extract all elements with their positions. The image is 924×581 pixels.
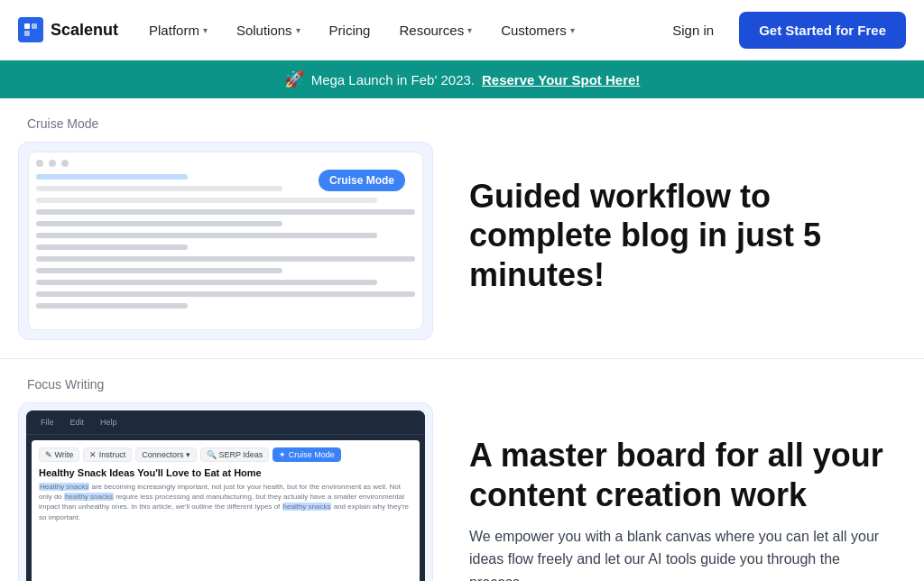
mock-line-11 (36, 291, 415, 297)
focus-toolbar: File Edit Help (26, 410, 425, 435)
mock-line-3 (36, 198, 377, 203)
cruise-mode-badge: Cruise Mode (319, 170, 405, 191)
focus-writing-heading: A master board for all your content crea… (469, 436, 888, 513)
resources-chevron-icon: ▾ (467, 25, 472, 35)
toolbar-tab-edit: Edit (65, 416, 90, 429)
nav-pricing[interactable]: Pricing (317, 15, 383, 45)
connectors-btn[interactable]: Connectors ▾ (135, 447, 197, 462)
article-title: Healthy Snack Ideas You'll Love to Eat a… (39, 467, 412, 478)
get-started-button[interactable]: Get Started for Free (739, 12, 906, 49)
announcement-bar: 🚀 Mega Launch in Feb' 2023. Reserve Your… (0, 60, 924, 98)
article-highlight-2: healthy snacks (64, 493, 114, 501)
announcement-emoji: 🚀 (284, 69, 304, 89)
focus-mockup: File Edit Help ✎ Write ✕ Instruct Connec… (26, 410, 425, 581)
toolbar-tab-help: Help (95, 416, 123, 429)
focus-writing-image: File Edit Help ✎ Write ✕ Instruct Connec… (18, 402, 433, 581)
mock-line-8 (36, 256, 415, 262)
svg-rect-0 (24, 23, 30, 29)
cruise-mode-inner: Cruise Mode Guided workflow to complete … (18, 142, 888, 340)
toolbar-tab-file: File (35, 416, 60, 429)
signin-button[interactable]: Sign in (661, 15, 725, 45)
svg-rect-1 (32, 23, 37, 29)
mock-dot-1 (36, 160, 43, 167)
announcement-text: Mega Launch in Feb' 2023. (311, 72, 475, 88)
focus-content-area: ✎ Write ✕ Instruct Connectors ▾ 🔍 SERP I… (32, 440, 420, 581)
focus-writing-section: Focus Writing File Edit Help ✎ Write ✕ I… (0, 359, 924, 581)
mock-line-7 (36, 244, 188, 250)
customers-chevron-icon: ▾ (570, 25, 575, 35)
nav-customers[interactable]: Customers ▾ (488, 15, 587, 45)
solutions-chevron-icon: ▾ (296, 25, 300, 35)
article-highlight-3: healthy snacks (282, 503, 332, 511)
focus-writing-text: A master board for all your content crea… (469, 436, 888, 581)
nav-resources[interactable]: Resources ▾ (386, 15, 485, 45)
instruct-btn[interactable]: ✕ Instruct (83, 447, 132, 462)
mock-line-6 (36, 233, 377, 238)
cruise-mode-label: Cruise Mode (18, 116, 888, 131)
focus-writing-label: Focus Writing (18, 377, 888, 392)
mock-line-5 (36, 221, 282, 226)
mock-line-2 (36, 186, 282, 191)
mock-line-9 (36, 268, 282, 273)
mock-line-1 (36, 174, 188, 180)
write-btn[interactable]: ✎ Write (39, 447, 79, 462)
cruise-mode-heading: Guided workflow to complete blog in just… (469, 177, 888, 294)
svg-rect-2 (24, 31, 30, 36)
cruise-mode-action-btn[interactable]: ✦ Cruise Mode (273, 447, 341, 462)
focus-writing-inner: File Edit Help ✎ Write ✕ Instruct Connec… (18, 402, 888, 581)
serp-ideas-btn[interactable]: 🔍 SERP Ideas (200, 447, 269, 462)
article-highlight: Healthy snacks (39, 483, 89, 491)
nav-right: Sign in Get Started for Free (661, 12, 906, 49)
cruise-mode-image: Cruise Mode (18, 142, 433, 340)
cruise-mode-section: Cruise Mode (0, 98, 924, 359)
logo-icon (18, 17, 43, 42)
focus-actions: ✎ Write ✕ Instruct Connectors ▾ 🔍 SERP I… (39, 447, 412, 462)
nav-platform[interactable]: Platform ▾ (136, 15, 220, 45)
logo[interactable]: Scalenut (18, 17, 118, 42)
mock-dot-2 (49, 160, 56, 167)
article-body: Healthy snacks are becoming increasingly… (39, 482, 412, 522)
announcement-link[interactable]: Reserve Your Spot Here! (482, 72, 640, 88)
main-content: Cruise Mode (0, 98, 924, 581)
mock-dot-3 (61, 160, 69, 167)
navbar: Scalenut Platform ▾ Solutions ▾ Pricing … (0, 0, 924, 60)
nav-solutions[interactable]: Solutions ▾ (224, 15, 313, 45)
nav-links: Platform ▾ Solutions ▾ Pricing Resources… (136, 15, 661, 45)
mock-line-4 (36, 209, 415, 215)
platform-chevron-icon: ▾ (203, 25, 208, 35)
mock-line-12 (36, 303, 188, 309)
cruise-mode-text: Guided workflow to complete blog in just… (469, 177, 888, 305)
focus-writing-body: We empower you with a blank canvas where… (469, 525, 888, 581)
brand-name: Scalenut (51, 21, 118, 40)
mock-line-10 (36, 280, 377, 285)
